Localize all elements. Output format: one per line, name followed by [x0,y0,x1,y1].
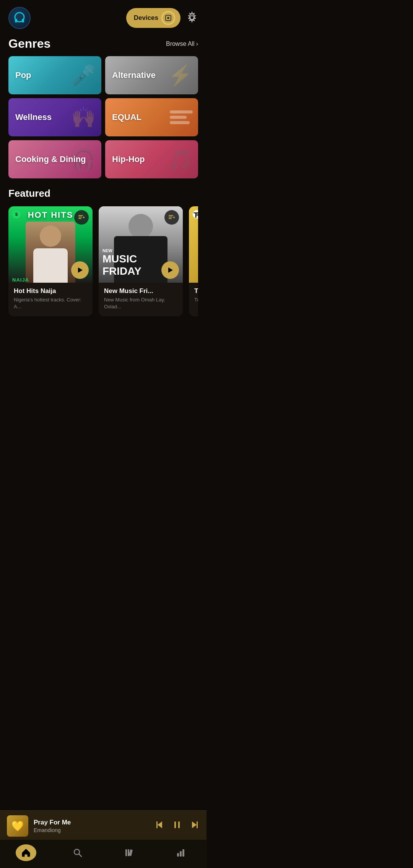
traffic-j-label: Traffic J [193,211,198,220]
new-label: NEW [102,248,179,253]
nmf-desc: New Music from Omah Lay, Oxlad... [104,296,177,310]
traffic-image-wrap: S Traffic J [189,206,198,283]
genres-section-header: Genres Browse All › [0,33,206,56]
app-logo [8,7,31,29]
hot-hits-title: Hot Hits Naija [14,287,87,295]
featured-card-new-music-friday[interactable]: S NEW MUSIC FRIDAY [99,206,183,316]
devices-label: Devices [134,14,158,22]
add-playlist-icon-nmf [168,214,176,221]
featured-title: Featured [8,188,198,199]
music-note-icon: 🎵 [168,148,193,171]
svg-rect-13 [169,215,173,216]
traffic-desc: Turn tra... into jam [194,296,198,303]
gear-icon [186,11,198,24]
hot-hits-image-wrap: S HOT HITS NAIJA [8,206,93,283]
featured-card-traffic[interactable]: S Traffic J [189,206,198,316]
traffic-info: Traffic Turn tra... into jam [189,283,198,309]
nmf-info: New Music Fri... New Music from Omah Lay… [99,283,183,316]
device-icon-wrap [161,11,175,25]
svg-rect-14 [169,217,172,217]
svg-marker-12 [78,267,83,273]
genre-card-hiphop[interactable]: Hip-Hop 🎵 [105,140,198,178]
nmf-image-wrap: S NEW MUSIC FRIDAY [99,206,183,283]
browse-all-button[interactable]: Browse All › [166,40,198,47]
svg-rect-7 [78,215,83,216]
genres-grid: Pop 🎤 Alternative ⚡ Wellness 🙌 EQUAL Coo… [0,56,206,178]
settings-button[interactable] [186,11,198,25]
svg-point-5 [168,18,169,18]
lightning-icon: ⚡ [168,64,193,87]
hot-hits-info: Hot Hits Naija Nigeria's hottest tracks.… [8,283,93,316]
genre-label-hiphop: Hip-Hop [112,154,145,164]
hot-hits-desc: Nigeria's hottest tracks. Cover: A... [14,296,87,310]
featured-section: Featured S HOT HITS NAIJA [0,178,206,320]
chevron-right-icon: › [196,40,198,47]
genre-label-equal: EQUAL [112,112,141,122]
app-header: Devices [0,0,206,33]
genres-title: Genres [8,37,50,51]
naija-label: NAIJA [12,277,29,283]
microphone-icon: 🎤 [71,64,96,87]
speaker-icon [164,14,172,22]
add-to-playlist-button-nmf[interactable] [164,210,179,225]
genre-card-alternative[interactable]: Alternative ⚡ [105,56,198,94]
add-to-playlist-button-hhn[interactable] [74,210,89,225]
equalizer-icon [170,110,193,124]
svg-rect-2 [22,19,24,23]
genre-card-pop[interactable]: Pop 🎤 [8,56,101,94]
traffic-image: S Traffic J [189,206,198,283]
play-button-hhn[interactable] [71,261,89,279]
genre-card-equal[interactable]: EQUAL [105,98,198,136]
genre-card-cooking[interactable]: Cooking & Dining 🎧 [8,140,101,178]
play-icon-nmf [166,266,174,274]
svg-marker-18 [168,267,173,273]
play-icon [76,266,84,274]
nmf-title: New Music Fri... [104,287,177,295]
genre-card-wellness[interactable]: Wellness 🙌 [8,98,101,136]
svg-rect-8 [78,217,82,217]
hands-icon: 🙌 [71,106,96,129]
browse-all-label: Browse All [166,40,195,47]
header-right: Devices [126,8,198,28]
svg-rect-15 [169,218,172,219]
genre-label-cooking: Cooking & Dining [15,154,86,164]
headphones-icon [13,11,26,25]
add-playlist-icon [78,214,85,221]
traffic-title: Traffic [194,287,198,295]
play-button-nmf[interactable] [161,261,179,279]
featured-scroll: S HOT HITS NAIJA [8,206,198,316]
featured-card-hot-hits[interactable]: S HOT HITS NAIJA [8,206,93,316]
devices-button[interactable]: Devices [126,8,180,28]
svg-rect-1 [15,19,17,23]
genre-label-pop: Pop [15,70,31,80]
genre-label-wellness: Wellness [15,112,52,122]
genre-label-alternative: Alternative [112,70,156,80]
svg-rect-9 [78,218,81,219]
